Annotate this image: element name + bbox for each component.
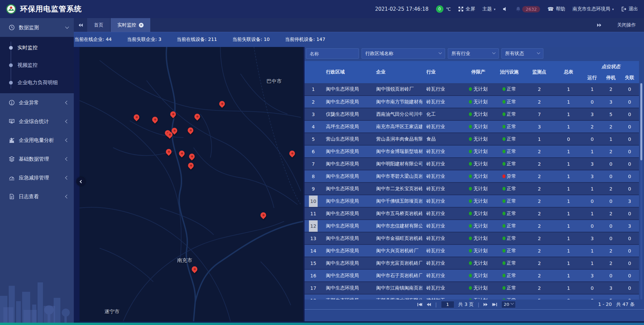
status-filter-select[interactable]: 所有状态 [501, 48, 543, 59]
table-row[interactable]: 18南部生态环境局南部县双佛水泥有限公建材加工无计划正常50050 [305, 294, 639, 300]
cell-production-limit: 无计划 [463, 232, 494, 245]
chevron-left-icon [80, 180, 83, 183]
cell-stopped: 2 [601, 83, 620, 96]
cell-stopped: 3 [601, 282, 620, 294]
theme-dropdown[interactable]: 主题 ▾ [482, 6, 495, 12]
fullscreen-button[interactable]: 全屏 [458, 6, 475, 12]
sidebar-item-6[interactable]: 日志查看 [0, 187, 74, 206]
region-filter-select[interactable]: 行政区域名称 [362, 48, 445, 59]
status-dot-green [469, 286, 472, 290]
cell-offline: 0 [620, 120, 639, 133]
cell-industry: 化工 [422, 108, 463, 120]
status-dot-green [502, 112, 505, 116]
table-row[interactable]: 7阆中生态环境局阆中明阳建材有限公司砖瓦行业无计划正常21300 [305, 158, 639, 170]
name-filter[interactable] [306, 48, 359, 59]
sidebar-item-5[interactable]: 应急减排管理 [0, 168, 74, 187]
sidebar-subitem-0-2[interactable]: 企业电力负荷明细 [0, 74, 74, 91]
cell-running: 3 [583, 158, 601, 170]
cell-total-meters: 1 [554, 170, 583, 182]
cell-stopped: 0 [601, 269, 620, 282]
close-operations-button[interactable]: 关闭操作 [617, 22, 636, 28]
row-index-highlighted: 12 [309, 220, 318, 232]
sidebar-item-2[interactable]: 企业综合统计 [0, 112, 74, 131]
table-row[interactable]: 11阆中生态环境局阆中市五马桥页岩机砖砖瓦行业无计划正常21120 [305, 207, 639, 220]
logout-button[interactable]: 退出 [621, 6, 638, 12]
sidebar-subitem-label: 企业电力负荷明细 [17, 79, 58, 86]
next-page-button[interactable] [483, 303, 488, 307]
table-row[interactable]: 8阆中生态环境局阆中市枣碧大梁山页岩砖瓦行业无计划异常21300 [305, 170, 639, 182]
table-row[interactable]: 13阆中生态环境局阆中市金福旺页岩机砖砖瓦行业无计划正常21300 [305, 232, 639, 245]
cell-running: 0 [583, 294, 601, 300]
cell-total-meters: 1 [554, 96, 583, 108]
name-filter-input[interactable] [310, 51, 355, 56]
table-row[interactable]: 2阆中生态环境局阆中市南方节能建材有砖瓦行业无计划正常21030 [305, 96, 639, 108]
scrollbar-thumb[interactable] [640, 83, 642, 160]
panel-collapse-toggle[interactable] [76, 177, 85, 186]
status-dot-green [469, 125, 472, 128]
cell-running: 2 [583, 120, 601, 133]
chevron-down-icon [65, 25, 69, 29]
cell-production-limit: 无计划 [463, 158, 494, 170]
table-row[interactable]: 10阆中生态环境局阆中千佛镇五郎垭页岩砖瓦行业无计划正常21003 [305, 195, 639, 207]
prev-page-button[interactable] [427, 303, 431, 307]
cell-index: 2 [305, 96, 322, 108]
table-body: 1阆中生态环境局阆中强锐页岩砖厂砖瓦行业无计划正常211202阆中生态环境局阆中… [305, 83, 639, 300]
stat-label: 当前失联设备: [232, 37, 262, 42]
status-dot-green [469, 199, 472, 203]
cell-industry: 砖瓦行业 [422, 120, 463, 133]
sidebar-subitem-0-1[interactable]: 视频监控 [0, 56, 74, 74]
last-page-button[interactable] [492, 303, 497, 307]
cell-region: 阆中生态环境局 [322, 96, 372, 108]
speaker-mute-icon[interactable] [503, 6, 508, 12]
sidebar-item-1[interactable]: 企业异常 [0, 93, 74, 112]
stat-label: 当前停机设备: [285, 37, 315, 42]
tabs-scroll-right-button[interactable] [592, 23, 606, 27]
table-row[interactable]: 6阆中生态环境局阆中市金博瑞新型墙材砖瓦行业无计划正常21120 [305, 145, 639, 158]
table-row[interactable]: 14阆中生态环境局阆中大兴页岩机砖厂砖瓦行业无计划正常21120 [305, 245, 639, 257]
table-row[interactable]: 3仪陇生态环境局西南油气田分公司川中化工无计划正常71350 [305, 108, 639, 120]
notifications[interactable]: 2632 [516, 6, 540, 12]
sidebar-subitem-0-0[interactable]: 实时监控 [0, 39, 74, 56]
first-page-button[interactable] [417, 303, 423, 307]
cell-monitor-points: 2 [524, 232, 554, 245]
page-number-input[interactable] [441, 301, 454, 308]
help-button[interactable]: ☎ 帮助 [547, 6, 565, 12]
cell-region: 阆中生态环境局 [322, 257, 372, 269]
page-size-select[interactable]: 20 [501, 301, 516, 308]
sidebar-item-3[interactable]: 企业用电量分析 [0, 131, 74, 150]
table-row[interactable]: 4高坪生态环境局南充市高坪区王家店建砖瓦行业无计划正常31220 [305, 120, 639, 133]
cell-offline: 0 [620, 158, 639, 170]
table-row[interactable]: 17阆中生态环境局阆中市江南镇阆南页岩砖瓦行业无计划正常21030 [305, 282, 639, 294]
table-scrollbar[interactable] [640, 83, 642, 300]
industry-filter-select[interactable]: 所有行业 [448, 48, 499, 59]
table-row[interactable]: 9阆中生态环境局阆中市二龙长宝页岩砖砖瓦行业无计划正常21120 [305, 182, 639, 195]
table-row[interactable]: 15阆中生态环境局阆中市光富页岩机砖厂砖瓦行业无计划正常21120 [305, 257, 639, 269]
temperature-badge: 0 [436, 5, 443, 13]
sidebar-item-4[interactable]: 基础数据管理 [0, 150, 74, 168]
table-row[interactable]: 12阆中生态环境局阆中市忠信建材有限公砖瓦行业无计划正常21003 [305, 220, 639, 232]
tab-realtime-monitor[interactable]: 实时监控 × [111, 18, 150, 32]
cell-offline: 0 [620, 145, 639, 158]
org-dropdown[interactable]: 南充市生态环境局 ▾ [573, 6, 614, 12]
table-row[interactable]: 5营山生态环境局营山县润丰肉食品有限食品无计划正常10010 [305, 133, 639, 145]
cell-total-meters: 1 [554, 182, 583, 195]
cell-enterprise: 阆中市光富页岩机砖厂 [372, 257, 422, 269]
chevron-down-icon: ▾ [494, 7, 495, 11]
cell-enterprise: 阆中市二龙长宝页岩砖 [372, 182, 422, 195]
cell-running: 0 [583, 133, 601, 145]
stats-bar: 当前在线企业: 44当前失联企业: 3当前在线设备: 211当前失联设备: 10… [74, 32, 644, 47]
table-row[interactable]: 1阆中生态环境局阆中强锐页岩砖厂砖瓦行业无计划正常21120 [305, 83, 639, 96]
tab-close-icon[interactable]: × [139, 23, 144, 28]
sidebar-nav: 数据监测实时监控视频监控企业电力负荷明细企业异常企业综合统计企业用电量分析基础数… [0, 18, 74, 325]
cell-production-limit: 无计划 [463, 195, 494, 207]
table-row[interactable]: 16阆中生态环境局阆中市石子页岩机砖厂砖瓦行业无计划正常21300 [305, 269, 639, 282]
cell-production-limit: 无计划 [463, 257, 494, 269]
cell-pollution-facility: 异常 [494, 170, 524, 182]
map-canvas[interactable]: 巴中市南充市遂宁市 [79, 47, 303, 321]
cell-pollution-facility: 正常 [494, 282, 524, 294]
tab-home[interactable]: 首页 [87, 18, 110, 32]
cell-running: 3 [583, 232, 601, 245]
cell-enterprise: 阆中市石子页岩机砖厂 [372, 269, 422, 282]
tabs-scroll-left-button[interactable] [74, 18, 87, 32]
sidebar-item-0[interactable]: 数据监测 [0, 18, 74, 37]
